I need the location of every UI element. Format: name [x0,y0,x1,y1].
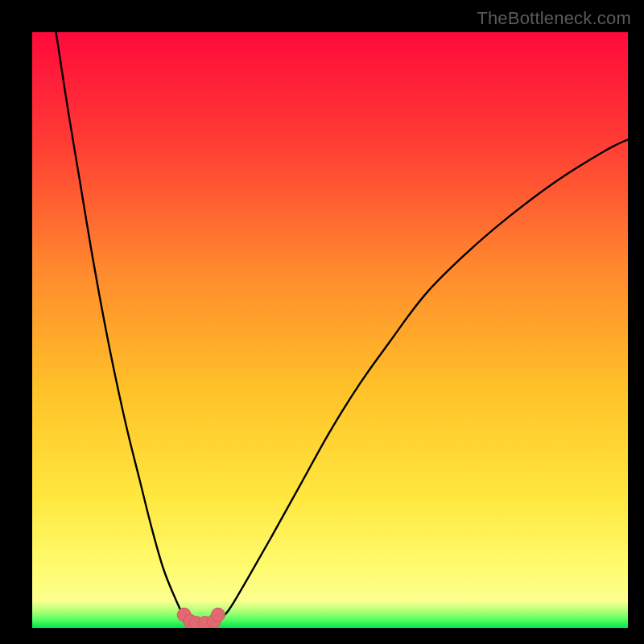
watermark-text: TheBottleneck.com [477,8,631,29]
chart-canvas: TheBottleneck.com [0,0,644,644]
valley-marker [211,608,225,621]
svg-rect-0 [32,32,628,628]
plot-area [32,32,628,628]
plot-svg [32,32,628,628]
